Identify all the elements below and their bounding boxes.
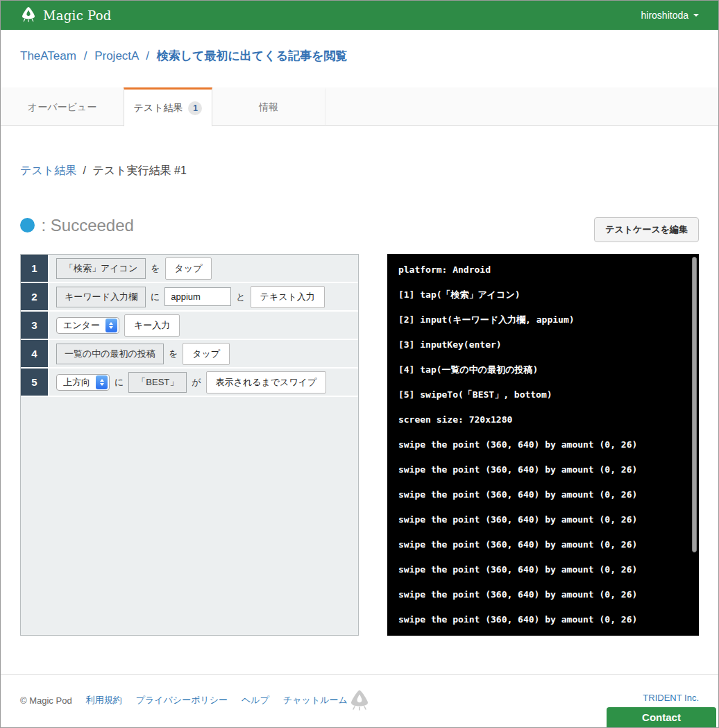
step-connector: に xyxy=(115,376,124,389)
steps-rows: 1「検索」アイコンをタップ2キーワード入力欄にとテキスト入力3エンターキー入力4… xyxy=(21,255,358,397)
console-line: [3] inputKey(enter) xyxy=(398,332,688,357)
step-content: エンターキー入力 xyxy=(49,312,358,339)
step-action-button[interactable]: キー入力 xyxy=(124,314,180,337)
test-steps-panel: 1「検索」アイコンをタップ2キーワード入力欄にとテキスト入力3エンターキー入力4… xyxy=(20,254,359,636)
step-row: 3エンターキー入力 xyxy=(21,312,358,340)
console-lines: platform: Android[1] tap(「検索」アイコン)[2] in… xyxy=(398,257,688,632)
step-number: 2 xyxy=(21,283,49,310)
select-stepper-icon xyxy=(105,319,117,332)
breadcrumb-team-link[interactable]: TheATeam xyxy=(20,49,76,62)
step-number: 3 xyxy=(21,312,49,339)
select-value: エンター xyxy=(63,319,100,332)
footer-link[interactable]: チャットルーム xyxy=(283,694,348,706)
step-content: 一覧の中の最初の投稿をタップ xyxy=(49,340,358,367)
step-param[interactable]: 「BEST」 xyxy=(128,372,187,393)
result-current: テスト実行結果 #1 xyxy=(92,164,186,176)
caret-down-icon xyxy=(693,14,699,17)
status-row: : Succeeded テストケースを編集 xyxy=(20,216,699,244)
stepper-down-icon xyxy=(109,326,113,329)
test-results-link[interactable]: テスト結果 xyxy=(20,164,76,176)
brand-name: Magic Pod xyxy=(43,8,112,23)
console-line: screen size: 720x1280 xyxy=(398,407,688,432)
console-line: [4] tap(一覧の中の最初の投稿) xyxy=(398,357,688,382)
main-content: 1「検索」アイコンをタップ2キーワード入力欄にとテキスト入力3エンターキー入力4… xyxy=(20,254,699,636)
console-line: swipe the point (360, 640) by amount (0,… xyxy=(398,532,688,557)
contact-button[interactable]: Contact xyxy=(607,707,716,727)
console-line: [2] input(キーワード入力欄, appium) xyxy=(398,307,688,332)
step-param[interactable]: キーワード入力欄 xyxy=(56,287,146,307)
step-row: 5上方向に「BEST」が表示されるまでスワイプ xyxy=(21,369,358,397)
steps-empty-area xyxy=(21,397,358,635)
breadcrumb-separator: / xyxy=(84,49,87,62)
step-param[interactable]: 「検索」アイコン xyxy=(56,258,146,279)
step-action-button[interactable]: テキスト入力 xyxy=(251,286,325,308)
console-line: [1] tap(「検索」アイコン) xyxy=(398,282,688,307)
magicpod-footer-logo-icon xyxy=(348,688,371,713)
step-connector: が xyxy=(192,376,201,389)
step-row: 2キーワード入力欄にとテキスト入力 xyxy=(21,283,358,312)
stepper-down-icon xyxy=(100,383,104,386)
tab-overview[interactable]: オーバービュー xyxy=(1,87,124,125)
test-results-count-badge: 1 xyxy=(188,101,202,115)
status-succeeded-icon xyxy=(20,218,35,232)
breadcrumb: TheATeam / ProjectA / 検索して最初に出てくる記事を閲覧 xyxy=(20,48,718,65)
breadcrumb-testcase[interactable]: 検索して最初に出てくる記事を閲覧 xyxy=(157,49,348,62)
footer-link[interactable]: プライバシーポリシー xyxy=(136,694,228,706)
console-line: swipe the point (360, 640) by amount (0,… xyxy=(398,607,688,632)
stepper-up-icon xyxy=(109,322,113,325)
copyright: © Magic Pod xyxy=(20,695,72,706)
tab-bar: オーバービュー テスト結果 1 情報 xyxy=(1,87,718,126)
console-line: swipe the point (360, 640) by amount (0,… xyxy=(398,582,688,607)
page: Magic Pod hiroshitoda TheATeam / Project… xyxy=(0,0,719,728)
step-number: 4 xyxy=(21,340,49,367)
step-connector: と xyxy=(236,291,245,303)
footer-link[interactable]: ヘルプ xyxy=(242,694,269,706)
step-param[interactable]: 一覧の中の最初の投稿 xyxy=(56,344,164,364)
console-line: swipe the point (360, 640) by amount (0,… xyxy=(398,432,688,457)
select-stepper-icon xyxy=(96,375,108,389)
select-value: 上方向 xyxy=(63,376,90,389)
console-log-panel: platform: Android[1] tap(「検索」アイコン)[2] in… xyxy=(387,254,699,636)
console-line: [5] swipeTo(「BEST」, bottom) xyxy=(398,382,688,407)
result-separator: / xyxy=(83,164,86,176)
status-text: : Succeeded xyxy=(41,216,133,235)
magicpod-logo-icon xyxy=(20,6,37,25)
step-select[interactable]: 上方向 xyxy=(56,374,110,391)
app-header: Magic Pod hiroshitoda xyxy=(1,1,718,30)
user-menu[interactable]: hiroshitoda xyxy=(641,10,700,21)
step-connector: に xyxy=(151,291,160,303)
footer-links: 利用規約プライバシーポリシーヘルプチャットルーム xyxy=(86,694,348,706)
step-row: 4一覧の中の最初の投稿をタップ xyxy=(21,340,358,369)
console-line: swipe the point (360, 640) by amount (0,… xyxy=(398,457,688,482)
console-line: platform: Android xyxy=(398,257,688,282)
breadcrumb-separator: / xyxy=(146,49,149,62)
console-line: swipe the point (360, 640) by amount (0,… xyxy=(398,482,688,507)
step-content: 上方向に「BEST」が表示されるまでスワイプ xyxy=(49,369,358,396)
brand[interactable]: Magic Pod xyxy=(20,6,112,25)
step-connector: を xyxy=(169,348,178,360)
result-breadcrumb: テスト結果 / テスト実行結果 #1 xyxy=(20,164,718,178)
footer-link[interactable]: 利用規約 xyxy=(86,694,122,706)
breadcrumb-project-link[interactable]: ProjectA xyxy=(94,49,138,62)
step-action-button[interactable]: 表示されるまでスワイプ xyxy=(206,371,327,393)
tab-info[interactable]: 情報 xyxy=(212,87,325,125)
console-line: swipe the point (360, 640) by amount (0,… xyxy=(398,557,688,582)
step-content: キーワード入力欄にとテキスト入力 xyxy=(49,283,358,310)
tab-test-results[interactable]: テスト結果 1 xyxy=(124,87,212,126)
console-line: swipe the point (360, 640) by amount (0,… xyxy=(398,507,688,532)
step-text-input[interactable] xyxy=(164,287,231,306)
step-connector: を xyxy=(151,262,160,275)
step-row: 1「検索」アイコンをタップ xyxy=(21,255,358,283)
edit-test-case-button[interactable]: テストケースを編集 xyxy=(594,217,699,242)
step-action-button[interactable]: タップ xyxy=(183,343,230,365)
trident-link[interactable]: TRIDENT Inc. xyxy=(643,693,699,703)
step-content: 「検索」アイコンをタップ xyxy=(49,255,358,282)
console-scrollbar[interactable] xyxy=(692,257,697,552)
step-number: 5 xyxy=(21,369,49,396)
step-action-button[interactable]: タップ xyxy=(165,257,212,280)
stepper-up-icon xyxy=(100,379,104,382)
step-select[interactable]: エンター xyxy=(56,317,119,334)
step-number: 1 xyxy=(21,255,49,282)
username: hiroshitoda xyxy=(641,10,689,21)
